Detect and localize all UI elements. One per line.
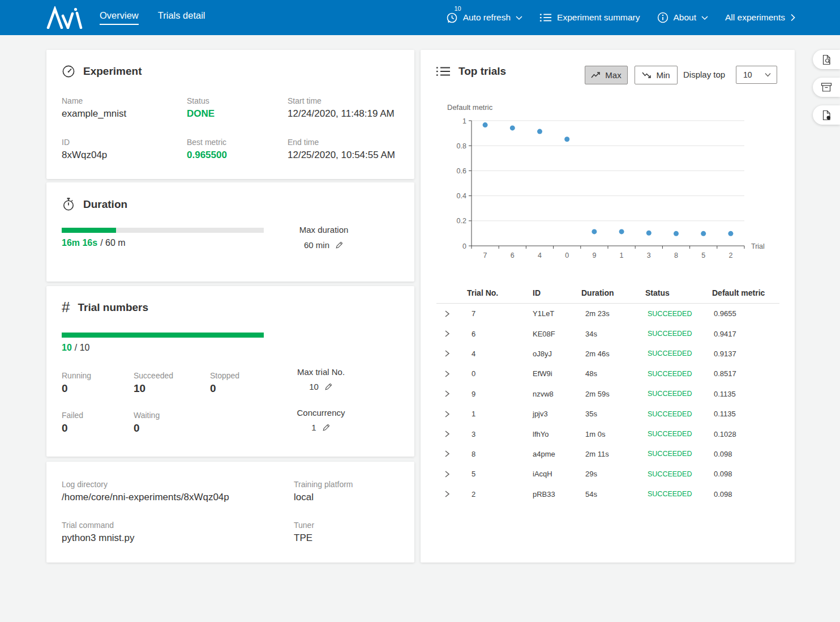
max-trial-value: 10 <box>309 382 319 391</box>
edit-pencil-icon[interactable] <box>322 423 331 432</box>
scatter-point[interactable] <box>674 231 679 236</box>
table-row[interactable]: 1jpjv335sSUCCEEDED0.1135 <box>436 404 779 424</box>
scatter-point[interactable] <box>510 125 515 130</box>
chevron-down-icon <box>765 73 771 77</box>
scatter-point[interactable] <box>701 231 706 236</box>
cell-duration: 2m 46s <box>581 350 645 358</box>
cell-duration: 2m 59s <box>581 390 645 398</box>
chart-x-axis-title: Trial <box>751 242 765 250</box>
min-button[interactable]: Min <box>635 66 678 84</box>
cell-id: iAcqH <box>533 470 581 478</box>
col-trial-no: Trial No. <box>461 288 533 297</box>
cell-id: jpjv3 <box>533 410 581 418</box>
max-duration-value: 60 min <box>304 240 329 250</box>
row-expander-icon[interactable] <box>436 330 461 338</box>
scatter-point[interactable] <box>537 129 542 134</box>
concurrency-value: 1 <box>311 423 316 432</box>
table-row[interactable]: 0EfW9i48sSUCCEEDED0.8517 <box>436 364 779 384</box>
table-row[interactable]: 9nzvw82m 59sSUCCEEDED0.1135 <box>436 384 779 404</box>
concurrency-label: Concurrency <box>267 408 375 417</box>
scatter-point[interactable] <box>564 137 569 142</box>
table-row[interactable]: 6KE08F34sSUCCEEDED0.9417 <box>436 323 779 343</box>
row-expander-icon[interactable] <box>436 310 461 318</box>
trials-done-count: 10 <box>62 343 72 352</box>
experiment-summary-button[interactable]: Experiment summary <box>539 12 640 23</box>
cell-status: SUCCEEDED <box>645 310 712 318</box>
cell-trial-no: 7 <box>461 309 533 318</box>
experiment-status: DONE <box>187 108 215 120</box>
cell-trial-no: 1 <box>461 410 533 418</box>
view-config-button[interactable] <box>813 50 840 69</box>
x-tick-label: 9 <box>592 252 596 259</box>
nav-tab-overview[interactable]: Overview <box>100 10 139 25</box>
table-row[interactable]: 2pRB3354sSUCCEEDED0.098 <box>436 484 779 504</box>
col-id: ID <box>533 288 581 297</box>
table-row[interactable]: 8a4pme2m 11sSUCCEEDED0.098 <box>436 444 779 464</box>
trials-progress-text: 10/ 10 <box>62 343 89 353</box>
table-row[interactable]: 3lfhYo1m 0sSUCCEEDED0.1028 <box>436 424 779 444</box>
document-dot-icon <box>821 110 832 121</box>
scatter-point[interactable] <box>619 229 624 234</box>
error-file-button[interactable] <box>813 105 840 125</box>
cell-duration: 29s <box>581 470 645 478</box>
top-trials-table-body: 7Y1LeT2m 23sSUCCEEDED0.96556KE08F34sSUCC… <box>436 304 779 504</box>
table-row[interactable]: 4oJ8yJ2m 46sSUCCEEDED0.9137 <box>436 344 779 364</box>
max-button[interactable]: Max <box>585 66 628 84</box>
cell-trial-no: 4 <box>461 350 533 358</box>
scatter-point[interactable] <box>646 231 652 236</box>
row-expander-icon[interactable] <box>436 370 461 378</box>
field-label: Status <box>187 96 215 105</box>
info-icon <box>657 12 668 23</box>
row-expander-icon[interactable] <box>436 390 461 398</box>
x-tick-label: 5 <box>701 252 705 259</box>
about-menu[interactable]: About <box>657 12 709 23</box>
edit-pencil-icon[interactable] <box>324 382 333 391</box>
cell-status: SUCCEEDED <box>645 470 712 478</box>
cell-trial-no: 0 <box>461 369 533 378</box>
row-expander-icon[interactable] <box>436 430 461 438</box>
row-expander-icon[interactable] <box>436 450 461 458</box>
all-experiments-link[interactable]: All experiments <box>725 12 795 23</box>
edit-pencil-icon[interactable] <box>335 241 344 250</box>
trial-command: python3 mnist.py <box>62 532 135 544</box>
row-expander-icon[interactable] <box>436 470 461 478</box>
nav-tab-trials-detail[interactable]: Trials detail <box>158 10 205 25</box>
cell-id: nzvw8 <box>533 390 581 398</box>
cell-id: EfW9i <box>533 369 581 378</box>
cell-default-metric: 0.1135 <box>712 390 779 398</box>
row-expander-icon[interactable] <box>436 410 461 418</box>
scatter-point[interactable] <box>592 229 597 234</box>
cell-status: SUCCEEDED <box>645 490 712 498</box>
cell-duration: 48s <box>581 369 645 378</box>
cell-trial-no: 8 <box>461 450 533 458</box>
experiment-card: Experiment Nameexample_mnist StatusDONE … <box>46 50 414 179</box>
trials-progress-bar <box>62 333 264 338</box>
trials-total-count: / 10 <box>75 343 90 352</box>
cell-id: oJ8yJ <box>533 350 581 358</box>
stopped-count: 0 <box>210 382 239 395</box>
col-status: Status <box>645 288 712 297</box>
field-label: Tuner <box>294 521 314 530</box>
auto-refresh-menu[interactable]: 10 Auto refresh <box>446 12 522 24</box>
table-row[interactable]: 5iAcqH29sSUCCEEDED0.098 <box>436 464 779 484</box>
scatter-point[interactable] <box>728 231 733 236</box>
row-expander-icon[interactable] <box>436 490 461 498</box>
display-top-dropdown[interactable]: 10 <box>736 66 777 84</box>
cell-status: SUCCEEDED <box>645 370 712 378</box>
top-trials-card: Top trials Max Min Display top 10 Defaul… <box>421 50 795 563</box>
row-expander-icon[interactable] <box>436 350 461 357</box>
best-metric: 0.965500 <box>187 150 227 161</box>
duration-card: Duration 16m 16s/ 60 m Max duration 60 m… <box>46 182 414 282</box>
stopwatch-icon <box>62 197 75 211</box>
col-duration: Duration <box>581 288 645 297</box>
archive-logs-button[interactable] <box>813 78 840 97</box>
chevron-down-icon <box>516 15 522 20</box>
waiting-count: 0 <box>134 422 160 434</box>
scatter-point[interactable] <box>483 122 488 127</box>
duration-progress-text: 16m 16s/ 60 m <box>62 238 126 248</box>
auto-refresh-interval-badge: 10 <box>454 5 461 12</box>
experiment-id: 8xWqz04p <box>62 150 107 161</box>
cell-trial-no: 2 <box>461 490 533 499</box>
table-row[interactable]: 7Y1LeT2m 23sSUCCEEDED0.9655 <box>436 304 779 323</box>
chevron-down-icon <box>701 15 708 20</box>
